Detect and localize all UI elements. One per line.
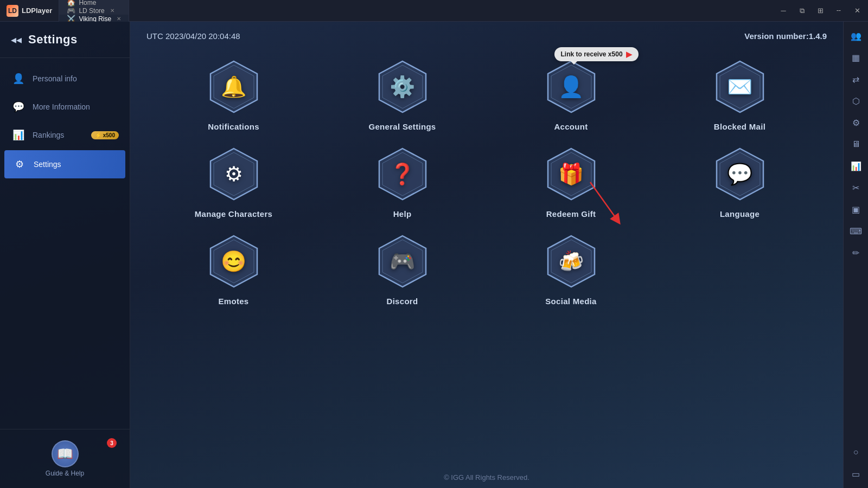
settings-item-manage-characters[interactable]: ⚙ Manage Characters [157, 144, 310, 219]
item-label-language: Language [720, 209, 760, 219]
right-btn-users[interactable]: 👥 [846, 26, 866, 46]
app-logo-icon: LD [7, 5, 18, 17]
icon-wrapper-manage-characters: ⚙ [204, 144, 264, 204]
item-label-emotes: Emotes [219, 297, 249, 306]
settings-item-account[interactable]: Link to receive x500 ▶ 👤 Account [495, 57, 647, 131]
settings-page-title: Settings [28, 33, 78, 47]
item-label-manage-characters: Manage Characters [195, 209, 273, 219]
right-btn-screen[interactable]: 🖥 [846, 134, 866, 154]
item-label-redeem-gift: Redeem Gift [546, 209, 596, 219]
tab-close-ldstore[interactable]: ✕ [110, 8, 114, 14]
title-bar-controls: ─ ⧉ ⊞ ╌ ✕ [775, 2, 868, 20]
tab-home[interactable]: 🏠 Home [59, 0, 129, 7]
nav-icon-more-info: 💬 [11, 99, 26, 114]
item-label-social-media: Social Media [545, 297, 596, 306]
right-btn-edit[interactable]: ✏ [846, 243, 866, 262]
app-logo[interactable]: LD LDPlayer [0, 0, 59, 21]
right-btn-circle[interactable]: ○ [846, 442, 866, 462]
center-content: UTC 2023/04/20 20:04:48 Version number:1… [130, 22, 843, 488]
hex-bg-redeem-gift: 🎁 [544, 147, 598, 201]
main-content: ◂◂ Settings 👤 Personal info 💬 More Infor… [0, 22, 843, 488]
hex-bg-notifications: 🔔 [207, 60, 261, 114]
settings-item-blocked-mail[interactable]: ✉️ Blocked Mail [663, 57, 816, 131]
item-icon-general-settings: ⚙️ [390, 75, 415, 99]
settings-item-language[interactable]: 💬 Language [663, 144, 816, 219]
item-icon-discord: 🎮 [390, 249, 415, 273]
right-btn-chart[interactable]: 📊 [846, 156, 866, 176]
item-label-notifications: Notifications [208, 122, 259, 131]
settings-item-emotes[interactable]: 😊 Emotes [157, 232, 310, 306]
nav-item-personal-info[interactable]: 👤 Personal info [0, 65, 130, 93]
tooltip-text: Link to receive x500 [560, 50, 622, 58]
right-btn-kbd[interactable]: ⌨ [846, 221, 866, 241]
app-logo-text: LDPlayer [22, 7, 52, 15]
settings-item-help[interactable]: ❓ Help [326, 144, 478, 219]
nav-icon-rankings: 📊 [11, 127, 26, 143]
item-icon-manage-characters: ⚙ [225, 162, 243, 186]
hex-bg-general-settings: ⚙️ [375, 60, 430, 114]
left-sidebar: ◂◂ Settings 👤 Personal info 💬 More Infor… [0, 22, 130, 488]
tab-ldstore[interactable]: 🎮 LD Store ✕ [59, 7, 129, 15]
icon-wrapper-blocked-mail: ✉️ [710, 57, 770, 117]
datetime-display: UTC 2023/04/20 20:04:48 [146, 31, 240, 41]
nav-item-settings[interactable]: ⚙ Settings [4, 150, 125, 178]
right-btn-gear[interactable]: ⚙ [846, 113, 866, 132]
settings-header: ◂◂ Settings [0, 22, 130, 58]
icon-wrapper-account: Link to receive x500 ▶ 👤 [541, 57, 601, 117]
hex-bg-account: 👤 [544, 60, 598, 114]
nav-label-rankings: Rankings [33, 131, 64, 139]
settings-item-social-media[interactable]: 🍻 Social Media [495, 232, 647, 306]
settings-grid: 🔔 Notifications ⚙️ General Settings [146, 52, 827, 311]
title-bar-left: LD LDPlayer 🏠 Home 🎮 LD Store ✕ ⚔️ Vikin… [0, 0, 129, 21]
icon-wrapper-help: ❓ [373, 144, 432, 204]
bottom-section: 📖 3 Guide & Help [0, 429, 130, 488]
hex-bg-emotes: 😊 [207, 234, 261, 288]
icon-wrapper-language: 💬 [710, 144, 770, 204]
minimize-button[interactable]: ─ [775, 2, 792, 20]
item-label-general-settings: General Settings [368, 122, 436, 131]
settings-item-general-settings[interactable]: ⚙️ General Settings [326, 57, 478, 131]
version-display: Version number:1.4.9 [744, 31, 827, 41]
item-label-blocked-mail: Blocked Mail [714, 122, 765, 131]
icon-wrapper-redeem-gift: 🎁 [541, 144, 601, 204]
footer: © IGG All Rights Reserved. [130, 473, 843, 481]
item-icon-emotes: 😊 [221, 249, 246, 273]
title-bar: LD LDPlayer 🏠 Home 🎮 LD Store ✕ ⚔️ Vikin… [0, 0, 868, 22]
item-icon-account: 👤 [558, 75, 584, 99]
top-bar: UTC 2023/04/20 20:04:48 Version number:1… [146, 22, 827, 52]
right-btn-sync[interactable]: ⇄ [846, 69, 866, 89]
tab-label-home: Home [79, 0, 96, 7]
item-icon-blocked-mail: ✉️ [727, 75, 752, 99]
settings-item-discord[interactable]: 🎮 Discord [326, 232, 478, 306]
nav-label-personal-info: Personal info [33, 74, 77, 83]
tooltip-bubble: Link to receive x500 ▶ [554, 47, 638, 61]
nav-items: 👤 Personal info 💬 More Information 📊 Ran… [0, 58, 130, 429]
right-btn-cut[interactable]: ✂ [846, 178, 866, 197]
right-btn-square[interactable]: ▭ [846, 464, 866, 484]
right-sidebar: 👥 ▦ ⇄ ⬡ ⚙ 🖥 📊 ✂ ▣ ⌨ ✏ ○ ▭ [843, 22, 868, 488]
hex-bg-social-media: 🍻 [544, 234, 598, 288]
hex-bg-blocked-mail: ✉️ [713, 60, 767, 114]
back-icon[interactable]: ◂◂ [11, 33, 22, 46]
tab-close-vikingrise[interactable]: ✕ [117, 16, 121, 22]
guide-help-button[interactable]: 📖 3 Guide & Help [7, 436, 123, 481]
settings-item-redeem-gift[interactable]: 🎁 Redeem Gift [495, 144, 647, 219]
settings-item-notifications[interactable]: 🔔 Notifications [157, 57, 310, 131]
close-button[interactable]: ✕ [848, 2, 866, 20]
item-icon-language: 💬 [727, 162, 752, 186]
tab-icon-home: 🏠 [67, 0, 75, 7]
nav-item-more-info[interactable]: 💬 More Information [0, 93, 130, 121]
nav-item-rankings[interactable]: 📊 Rankings ⚡ x500 [0, 121, 130, 149]
tab-label-ldstore: LD Store [79, 7, 104, 15]
minimize2-button[interactable]: ╌ [830, 2, 847, 20]
guide-badge: 3 [107, 438, 117, 448]
tab-icon-ldstore: 🎮 [67, 7, 75, 15]
nav-label-settings: Settings [34, 160, 61, 169]
bubble-arrow-icon: ▶ [626, 50, 632, 59]
fullscreen-button[interactable]: ⊞ [812, 2, 829, 20]
right-btn-hex[interactable]: ⬡ [846, 91, 866, 111]
right-btn-grid[interactable]: ▦ [846, 48, 866, 67]
restore-button[interactable]: ⧉ [793, 2, 810, 20]
right-btn-app[interactable]: ▣ [846, 200, 866, 219]
nav-badge-rankings: ⚡ x500 [91, 131, 119, 139]
